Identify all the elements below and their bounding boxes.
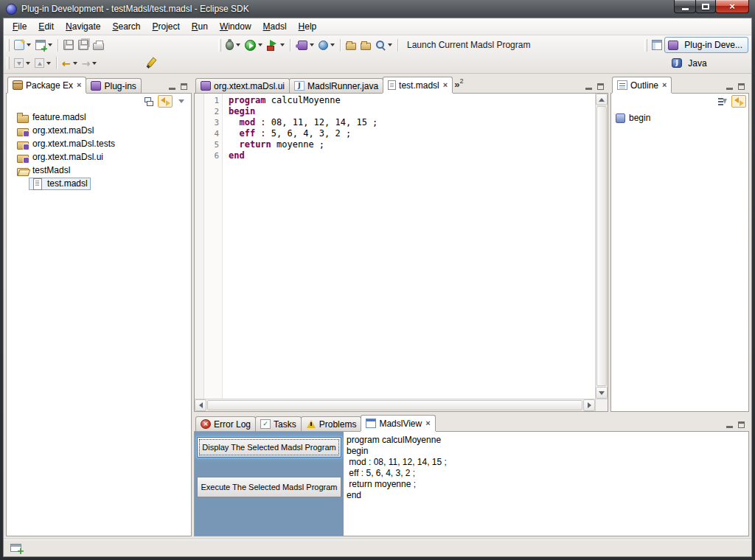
menu-help[interactable]: Help <box>293 19 323 34</box>
perspective-plugin-development-button[interactable]: Plug-in Deve... <box>664 37 748 53</box>
plugin-registry-button[interactable] <box>316 37 337 53</box>
import-plugins-button[interactable] <box>358 37 373 53</box>
bottom-tab-problems[interactable]: Problems <box>301 416 362 431</box>
minimize-view-icon[interactable] <box>726 83 733 90</box>
dropdown-arrow-icon[interactable] <box>280 43 285 46</box>
editor-tab-org-xtext-madsl-ui[interactable]: org.xtext.maDsl.ui <box>195 78 290 93</box>
scroll-up-button[interactable] <box>596 94 608 105</box>
new-wizard-button[interactable] <box>12 37 33 53</box>
link-with-editor-button[interactable] <box>731 95 746 108</box>
last-edit-location-button[interactable] <box>143 55 158 71</box>
bottom-tab-tasks[interactable]: ✓Tasks <box>255 416 302 431</box>
new-plugin-wizard-button[interactable] <box>293 37 316 53</box>
forward-button[interactable]: → <box>80 55 100 71</box>
maximize-view-icon[interactable] <box>738 83 745 90</box>
launch-current-madsl-program-button[interactable]: Launch Current Madsl Program <box>407 40 530 50</box>
dropdown-arrow-icon[interactable] <box>26 62 30 65</box>
tree-item-org-xtext-madsl-ui[interactable]: org.xtext.maDsl.ui <box>7 150 191 164</box>
dropdown-arrow-icon[interactable] <box>73 62 77 65</box>
dropdown-arrow-icon[interactable] <box>258 43 262 46</box>
close-window-button[interactable]: × <box>715 0 749 13</box>
tab-overflow-chevron[interactable]: » 2 <box>454 79 463 90</box>
close-tab-icon[interactable]: × <box>662 81 667 89</box>
open-perspective-button[interactable] <box>650 37 664 53</box>
minimize-view-icon[interactable] <box>726 421 733 428</box>
dropdown-arrow-icon[interactable] <box>236 43 240 46</box>
package-explorer-tab-plug-ins[interactable]: Plug-ins <box>86 78 141 93</box>
display-the-selected-madsl-program-button[interactable]: Display The Selected Madsl Program <box>197 437 341 458</box>
close-tab-icon[interactable]: × <box>77 81 81 89</box>
next-annotation-button[interactable] <box>12 55 32 71</box>
collapse-all-button[interactable] <box>142 95 156 108</box>
toolbar-grip[interactable] <box>7 57 10 69</box>
vertical-scroll-thumb[interactable] <box>596 106 607 386</box>
open-plugin-artifact-button[interactable] <box>344 37 358 53</box>
menu-navigate[interactable]: Navigate <box>60 19 106 34</box>
titlebar[interactable]: Plug-in Development - testMadsl/test.mad… <box>3 0 752 18</box>
scroll-right-button[interactable] <box>583 399 595 411</box>
fast-view-icon[interactable] <box>10 544 21 552</box>
tree-item-feature-madsl[interactable]: feature.madsl <box>7 111 191 124</box>
tree-item-testmadsl[interactable]: testMadsl <box>7 164 191 177</box>
new-project-button[interactable] <box>33 37 55 53</box>
editor-tab-madslrunner-java[interactable]: JMadslRunner.java <box>289 78 383 93</box>
tree-item-org-xtext-madsl[interactable]: org.xtext.maDsl <box>7 124 191 137</box>
previous-annotation-button[interactable] <box>32 55 53 71</box>
sort-button[interactable] <box>715 95 730 108</box>
dropdown-arrow-icon[interactable] <box>92 62 97 65</box>
debug-button[interactable] <box>223 37 243 53</box>
bottom-tab-madslview[interactable]: MadslView× <box>361 415 435 431</box>
close-tab-icon[interactable]: × <box>425 419 430 427</box>
toolbar-grip[interactable] <box>218 39 221 52</box>
dropdown-arrow-icon[interactable] <box>388 43 392 46</box>
save-all-button[interactable] <box>76 37 91 53</box>
save-button[interactable] <box>61 37 76 53</box>
maximize-view-icon[interactable] <box>597 83 604 90</box>
menu-file[interactable]: File <box>7 19 32 34</box>
annotation-ruler[interactable] <box>195 94 204 399</box>
outline-tab-outline[interactable]: Outline× <box>612 77 672 93</box>
dropdown-arrow-icon[interactable] <box>310 43 314 46</box>
minimize-window-button[interactable] <box>674 0 696 13</box>
minimize-view-icon[interactable] <box>585 83 592 90</box>
tree-item-org-xtext-madsl-tests[interactable]: org.xtext.maDsl.tests <box>7 137 191 150</box>
run-button[interactable] <box>243 37 265 53</box>
execute-the-selected-madsl-program-button[interactable]: Execute The Selected Madsl Program <box>197 477 341 497</box>
maximize-view-icon[interactable] <box>181 83 187 90</box>
print-button[interactable] <box>91 37 106 53</box>
toolbar-grip[interactable] <box>7 39 10 52</box>
outline-item-begin[interactable]: begin <box>616 111 748 125</box>
scroll-left-button[interactable] <box>195 399 206 411</box>
menu-search[interactable]: Search <box>106 19 146 34</box>
toolbar-grip[interactable] <box>644 39 647 52</box>
minimize-view-icon[interactable] <box>169 83 175 90</box>
horizontal-scroll-thumb[interactable] <box>207 400 582 410</box>
menu-project[interactable]: Project <box>146 19 185 34</box>
line-number-ruler[interactable]: 123456 <box>204 94 223 399</box>
menu-window[interactable]: Window <box>214 19 257 34</box>
maximize-window-button[interactable] <box>695 0 716 13</box>
tree-item-test-madsl[interactable]: test.madsl <box>7 177 191 190</box>
dropdown-arrow-icon[interactable] <box>48 43 52 46</box>
menu-edit[interactable]: Edit <box>32 19 60 34</box>
menu-run[interactable]: Run <box>186 19 214 34</box>
view-menu-button[interactable] <box>174 95 189 108</box>
dropdown-arrow-icon[interactable] <box>27 43 31 46</box>
editor-tab-test-madsl[interactable]: test.madsl× <box>383 77 453 93</box>
dropdown-arrow-icon[interactable] <box>46 62 51 65</box>
package-explorer-tab-package-ex[interactable]: Package Ex× <box>7 77 86 93</box>
vertical-scrollbar[interactable] <box>595 94 608 399</box>
external-tools-button[interactable] <box>265 37 287 53</box>
close-tab-icon[interactable]: × <box>443 81 448 89</box>
back-button[interactable]: ← <box>60 55 80 71</box>
link-with-editor-button[interactable] <box>158 95 173 108</box>
code-editor[interactable]: program calculMoyennebegin mod : 08, 11,… <box>223 94 595 399</box>
scroll-down-button[interactable] <box>596 387 608 399</box>
horizontal-scrollbar[interactable] <box>195 399 595 411</box>
menu-madsl[interactable]: Madsl <box>257 19 293 34</box>
maximize-view-icon[interactable] <box>738 421 745 428</box>
dropdown-arrow-icon[interactable] <box>330 43 335 46</box>
perspective-java-button[interactable]: J Java <box>668 55 712 71</box>
bottom-tab-error-log[interactable]: ×Error Log <box>195 416 256 431</box>
search-button[interactable] <box>373 37 394 53</box>
